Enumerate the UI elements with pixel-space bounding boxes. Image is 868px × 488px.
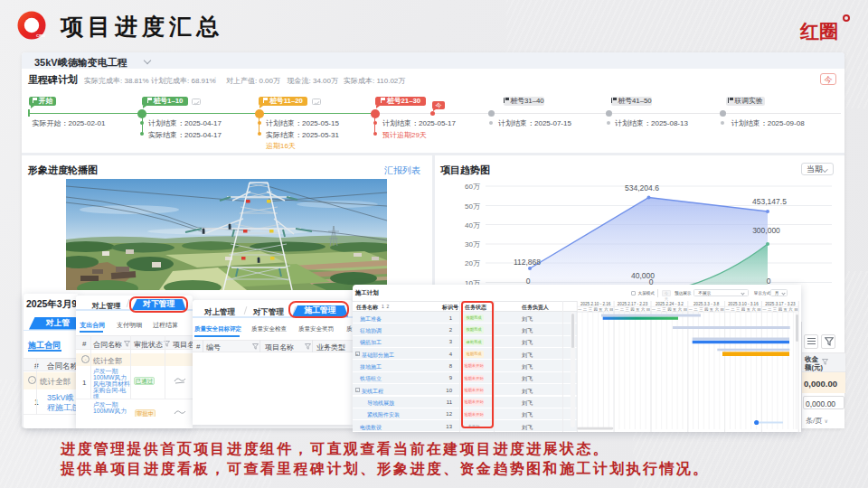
svg-text:日: 日 [721, 307, 724, 312]
svg-text:0: 0 [526, 277, 531, 286]
svg-text:六: 六 [788, 307, 793, 312]
svg-text:一: 一 [615, 307, 619, 312]
svg-text:2025.2.17 - 2.23: 2025.2.17 - 2.23 [618, 302, 648, 306]
svg-text:三: 三 [662, 307, 666, 312]
svg-text:日: 日 [684, 307, 687, 312]
svg-text:五: 五 [635, 307, 640, 312]
svg-text:2025.3.3 - 3.8: 2025.3.3 - 3.8 [693, 302, 720, 306]
svg-text:二: 二 [583, 307, 588, 312]
svg-text:五: 五 [746, 307, 751, 312]
svg-text:三: 三 [736, 307, 741, 312]
svg-text:453,147.5: 453,147.5 [752, 197, 787, 206]
svg-text:四: 四 [741, 307, 745, 312]
svg-text:六: 六 [604, 307, 609, 312]
svg-text:二: 二 [620, 307, 625, 312]
svg-text:日: 日 [794, 307, 797, 312]
svg-text:30万: 30万 [465, 240, 480, 249]
svg-text:三: 三 [589, 307, 593, 312]
svg-text:四: 四 [667, 307, 671, 312]
svg-text:日: 日 [757, 307, 760, 312]
svg-text:一: 一 [725, 307, 730, 312]
svg-text:六: 六 [752, 307, 757, 312]
svg-text:300,000: 300,000 [752, 226, 780, 235]
svg-text:534,204.6: 534,204.6 [625, 183, 659, 192]
svg-text:五: 五 [598, 307, 603, 312]
svg-text:112,868: 112,868 [514, 258, 541, 267]
svg-text:四: 四 [594, 307, 598, 312]
svg-text:四: 四 [704, 307, 708, 312]
svg-text:20万: 20万 [465, 259, 480, 267]
svg-text:三: 三 [773, 307, 778, 312]
svg-text:一: 一 [578, 307, 582, 312]
svg-text:2025.3.10 - 3.16: 2025.3.10 - 3.16 [728, 302, 759, 306]
svg-text:六: 六 [678, 307, 683, 312]
svg-text:六: 六 [641, 307, 646, 312]
svg-text:一: 一 [689, 307, 693, 312]
svg-text:60万: 60万 [465, 183, 480, 191]
svg-text:二: 二 [657, 307, 662, 312]
svg-text:四: 四 [630, 307, 634, 312]
svg-text:五: 五 [672, 307, 677, 312]
svg-text:40万: 40万 [465, 221, 480, 230]
svg-text:0: 0 [767, 277, 771, 286]
svg-text:五: 五 [783, 307, 788, 312]
svg-text:CRM: CRM [36, 33, 45, 38]
svg-text:三: 三 [626, 307, 630, 312]
svg-text:二: 二 [693, 307, 698, 312]
svg-text:一: 一 [762, 307, 767, 312]
svg-text:2025.2.24 - 3.2: 2025.2.24 - 3.2 [656, 302, 684, 306]
svg-text:三: 三 [699, 307, 703, 312]
svg-text:二: 二 [731, 307, 735, 312]
svg-text:日: 日 [646, 307, 650, 312]
svg-text:50万: 50万 [465, 202, 480, 211]
svg-text:四: 四 [778, 307, 782, 312]
svg-text:日: 日 [609, 307, 613, 312]
svg-text:一: 一 [652, 307, 656, 312]
svg-text:二: 二 [768, 307, 772, 312]
svg-text:2025.2.10 - 2.16: 2025.2.10 - 2.16 [580, 302, 611, 306]
svg-text:2025.3.17 - 3.23: 2025.3.17 - 3.23 [765, 302, 796, 306]
svg-text:五: 五 [709, 307, 714, 312]
svg-text:六: 六 [715, 307, 720, 312]
